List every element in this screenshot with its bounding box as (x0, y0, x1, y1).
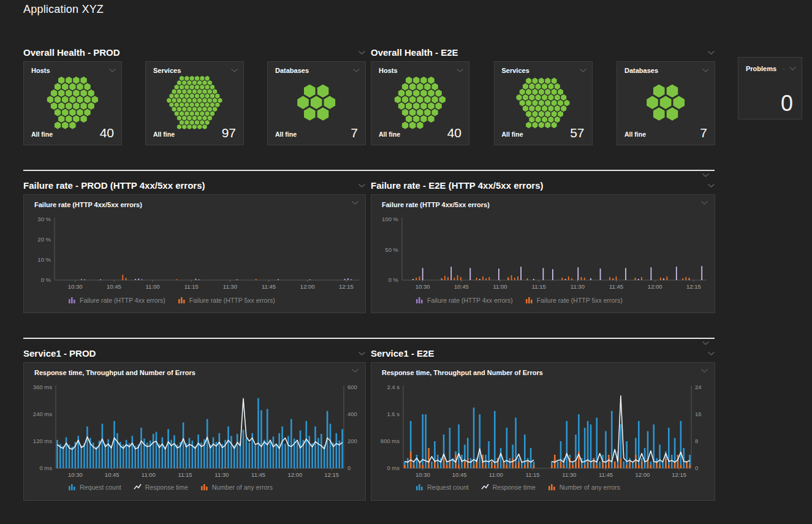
svg-text:12:00: 12:00 (648, 283, 662, 290)
bar-series-icon (200, 483, 208, 491)
chevron-down-icon[interactable] (702, 68, 710, 73)
service-chart-e2e[interactable]: 2.4 s1.6 s800 ms0 ms24168010:3010:4511:0… (371, 381, 713, 479)
service-chart-tile-e2e[interactable]: Response time, Throughput and Number of … (371, 362, 715, 501)
failure-rate-row: Failure rate - PROD (HTTP 4xx/5xx errors… (23, 171, 803, 313)
entity-count: 40 (100, 126, 114, 140)
legend-item-bars[interactable]: Number of any errors (200, 483, 273, 491)
chevron-down-icon[interactable] (108, 68, 116, 73)
failure-rate-chart-prod[interactable]: 30 %20 %10 %0 %10:3010:4511:0011:1511:30… (24, 213, 365, 296)
chevron-down-icon[interactable] (456, 68, 464, 73)
legend-item-bars[interactable]: Failure rate (HTTP 5xx errors) (178, 296, 275, 304)
svg-text:11:15: 11:15 (532, 283, 546, 290)
chevron-down-icon[interactable] (700, 200, 708, 205)
svg-text:11:30: 11:30 (571, 283, 585, 290)
chevron-down-icon[interactable] (358, 50, 366, 55)
service-section-e2e: Service1 - E2E Response time, Throughput… (371, 339, 715, 501)
legend-item-bars[interactable]: Failure rate (HTTP 4xx errors) (415, 296, 513, 304)
bar-series-icon (548, 483, 556, 491)
health-tile-services-prod[interactable]: Services All fine97 (145, 61, 244, 145)
tile-label: Databases (624, 67, 658, 74)
svg-text:8: 8 (695, 438, 698, 444)
failure-rate-chart-e2e[interactable]: 100 %50 %0 %10:3010:4511:0011:1511:3011:… (371, 213, 713, 296)
svg-text:400: 400 (347, 411, 357, 417)
svg-text:1.6 s: 1.6 s (387, 411, 400, 417)
legend-item-line[interactable]: Response time (134, 483, 188, 491)
section-title-failure-e2e: Failure rate - E2E (HTTP 4xx/5xx errors) (371, 180, 544, 191)
chevron-down-icon[interactable] (702, 173, 710, 178)
svg-text:20 %: 20 % (37, 236, 51, 243)
chevron-down-icon[interactable] (358, 183, 366, 188)
svg-text:120 ms: 120 ms (33, 438, 52, 444)
section-title-overall-health-e2e: Overall Health - E2E (371, 47, 458, 58)
health-tile-databases-e2e[interactable]: Databases All fine7 (617, 61, 715, 145)
chart-legend: Failure rate (HTTP 4xx errors)Failure ra… (415, 296, 623, 304)
health-tile-hosts-e2e[interactable]: Hosts All fine40 (371, 61, 469, 145)
tile-label: Databases (275, 67, 309, 74)
legend-label: Number of any errors (560, 484, 620, 491)
chevron-down-icon[interactable] (352, 68, 360, 73)
legend-item-line[interactable]: Response time (481, 483, 536, 491)
svg-text:100 %: 100 % (382, 216, 398, 222)
failure-section-e2e: Failure rate - E2E (HTTP 4xx/5xx errors)… (371, 171, 715, 313)
legend-label: Failure rate (HTTP 4xx errors) (80, 297, 165, 304)
chevron-down-icon[interactable] (789, 66, 797, 71)
section-title-failure-prod: Failure rate - PROD (HTTP 4xx/5xx errors… (23, 180, 205, 191)
legend-label: Request count (427, 484, 469, 491)
svg-text:800 ms: 800 ms (381, 438, 400, 444)
service-chart-prod[interactable]: 360 ms240 ms120 ms0 ms600400200010:3010:… (24, 381, 365, 479)
failure-rate-chart-tile-e2e[interactable]: Failure rate (HTTP 4xx/5xx errors) 100 %… (371, 194, 715, 313)
legend-label: Failure rate (HTTP 5xx errors) (189, 297, 275, 304)
svg-text:11:45: 11:45 (262, 283, 276, 290)
problems-tile[interactable]: Problems 0 (738, 57, 802, 120)
chart-title: Response time, Throughput and Number of … (34, 369, 195, 376)
svg-text:12:15: 12:15 (672, 471, 686, 478)
bar-series-icon (525, 296, 533, 304)
trend-dash (783, 69, 785, 69)
health-tile-databases-prod[interactable]: Databases All fine7 (267, 61, 366, 145)
legend-item-bars[interactable]: Failure rate (HTTP 5xx errors) (525, 296, 623, 304)
chevron-down-icon[interactable] (358, 351, 366, 356)
chevron-down-icon[interactable] (700, 368, 708, 373)
legend-item-bars[interactable]: Failure rate (HTTP 4xx errors) (68, 296, 165, 304)
svg-text:240 ms: 240 ms (33, 411, 52, 417)
svg-text:11:15: 11:15 (178, 471, 192, 478)
health-tile-hosts-prod[interactable]: Hosts All fine40 (23, 61, 122, 145)
failure-rate-chart-tile-prod[interactable]: Failure rate (HTTP 4xx/5xx errors) 30 %2… (23, 194, 366, 313)
svg-text:24: 24 (695, 384, 702, 390)
svg-text:0: 0 (347, 465, 351, 471)
chart-legend: Request countResponse timeNumber of any … (415, 483, 620, 491)
section-title-service1-e2e: Service1 - E2E (371, 348, 434, 359)
svg-text:200: 200 (347, 438, 357, 444)
status-text: All fine (31, 131, 53, 140)
svg-text:0 %: 0 % (41, 276, 51, 283)
tile-label: Services (153, 67, 181, 74)
service-section-prod: Service1 - PROD Response time, Throughpu… (23, 339, 366, 501)
chevron-down-icon[interactable] (707, 183, 715, 188)
svg-text:0 %: 0 % (389, 276, 399, 283)
status-text: All fine (502, 131, 523, 140)
svg-text:11:15: 11:15 (184, 283, 199, 290)
health-tile-services-e2e[interactable]: Services All fine57 (494, 61, 593, 145)
svg-text:10:30: 10:30 (415, 471, 430, 478)
service-chart-tile-prod[interactable]: Response time, Throughput and Number of … (23, 362, 366, 501)
chevron-down-icon[interactable] (707, 351, 715, 356)
legend-item-bars[interactable]: Number of any errors (548, 483, 620, 491)
chart-legend: Request countResponse timeNumber of any … (68, 483, 273, 491)
chart-title: Failure rate (HTTP 4xx/5xx errors) (382, 201, 490, 208)
svg-text:10:45: 10:45 (107, 283, 121, 290)
entity-count: 97 (222, 126, 236, 140)
chevron-down-icon[interactable] (702, 341, 710, 346)
svg-text:10 %: 10 % (37, 256, 51, 263)
legend-item-bars[interactable]: Request count (68, 483, 121, 491)
legend-label: Response time (493, 484, 536, 491)
svg-text:10:30: 10:30 (68, 283, 83, 290)
section-divider (23, 338, 715, 339)
chevron-down-icon[interactable] (351, 200, 359, 205)
chevron-down-icon[interactable] (230, 68, 238, 73)
chevron-down-icon[interactable] (579, 68, 587, 73)
chevron-down-icon[interactable] (707, 50, 715, 55)
svg-text:600: 600 (347, 384, 357, 390)
chevron-down-icon[interactable] (351, 368, 359, 373)
status-text: All fine (379, 131, 400, 140)
legend-item-bars[interactable]: Request count (415, 483, 469, 491)
